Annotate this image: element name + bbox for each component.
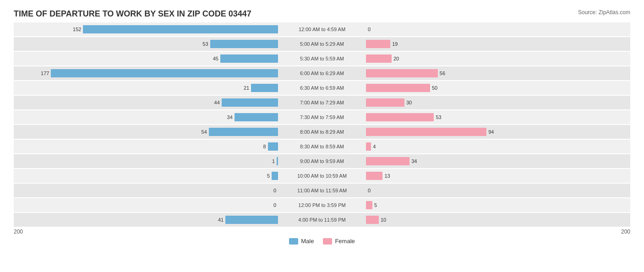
male-value: 0 [265,202,276,208]
male-value: 44 [209,100,220,105]
table-row: 414:00 PM to 11:59 PM10 [14,213,630,227]
time-label: 11:00 AM to 11:59 AM [281,188,363,193]
male-value: 34 [222,114,233,120]
bar-female [366,142,371,151]
bar-female [366,201,372,209]
time-label: 6:00 AM to 6:29 AM [281,71,363,76]
bar-female [366,128,486,136]
table-row: 88:30 AM to 8:59 AM4 [14,140,630,153]
bar-male [83,25,278,33]
male-value: 152 [70,27,81,32]
male-value: 1 [264,158,275,164]
female-value: 19 [392,41,398,47]
table-row: 510:00 AM to 10:59 AM13 [14,169,630,183]
female-value: 4 [373,144,376,149]
bar-male [251,84,278,92]
time-label: 8:30 AM to 8:59 AM [281,144,363,149]
source-text: Source: ZipAtlas.com [578,9,630,16]
bar-male [225,216,278,224]
bar-male [277,157,278,165]
male-value: 5 [259,173,270,179]
table-row: 011:00 AM to 11:59 AM0 [14,184,630,197]
legend-female: Female [323,238,355,245]
legend: Male Female [14,238,630,245]
chart-area: 15212:00 AM to 4:59 AM0535:00 AM to 5:29… [14,22,630,227]
table-row: 1776:00 AM to 6:29 AM56 [14,66,630,80]
female-value: 53 [436,114,441,120]
axis-right: 200 [621,228,630,235]
bar-male [220,54,278,63]
legend-male-label: Male [301,238,314,245]
time-label: 8:00 AM to 8:29 AM [281,129,363,135]
male-value: 21 [238,85,249,91]
female-value: 34 [411,158,417,164]
time-label: 5:30 AM to 5:59 AM [281,56,363,61]
legend-female-box [323,238,332,245]
female-value: 30 [406,100,412,105]
male-value: 41 [213,217,224,223]
legend-male-box [289,238,298,245]
bar-female [366,69,438,77]
axis-labels: 200 200 [14,228,630,235]
table-row: 19:00 AM to 9:59 AM34 [14,154,630,168]
time-label: 12:00 AM to 4:59 AM [281,27,363,32]
bar-male [222,98,278,107]
bar-female [366,40,390,48]
table-row: 548:00 AM to 8:29 AM94 [14,125,630,139]
bar-male [235,113,278,121]
bar-female [366,54,392,63]
bar-female [366,113,434,121]
time-label: 4:00 PM to 11:59 PM [281,217,363,223]
bar-male [210,40,278,48]
male-value: 177 [38,71,49,76]
time-label: 10:00 AM to 10:59 AM [281,173,363,179]
table-row: 216:30 AM to 6:59 AM50 [14,81,630,95]
bar-male [51,69,278,77]
male-value: 8 [255,144,266,149]
female-value: 5 [374,202,377,208]
chart-container: TIME OF DEPARTURE TO WORK BY SEX IN ZIP … [0,0,644,272]
male-value: 0 [265,188,276,193]
legend-female-label: Female [335,238,355,245]
time-label: 7:00 AM to 7:29 AM [281,100,363,105]
female-value: 0 [368,188,371,193]
bar-female [366,157,409,165]
bar-male [268,142,278,151]
male-value: 53 [197,41,208,47]
time-label: 9:00 AM to 9:59 AM [281,158,363,164]
bar-female [366,172,382,180]
time-label: 5:00 AM to 5:29 AM [281,41,363,47]
female-value: 10 [381,217,386,223]
female-value: 94 [488,129,494,135]
bar-female [366,84,430,92]
table-row: 15212:00 AM to 4:59 AM0 [14,22,630,36]
time-label: 7:30 AM to 7:59 AM [281,114,363,120]
table-row: 347:30 AM to 7:59 AM53 [14,110,630,124]
table-row: 447:00 AM to 7:29 AM30 [14,96,630,109]
axis-left: 200 [14,228,23,235]
male-value: 45 [207,56,218,61]
time-label: 6:30 AM to 6:59 AM [281,85,363,91]
bar-male [272,172,278,180]
female-value: 56 [440,71,445,76]
female-value: 13 [384,173,390,179]
time-label: 12:00 PM to 3:59 PM [281,202,363,208]
bar-female [366,98,404,107]
bar-female [366,216,379,224]
table-row: 535:00 AM to 5:29 AM19 [14,37,630,51]
legend-male: Male [289,238,314,245]
male-value: 54 [196,129,207,135]
bar-male [209,128,278,136]
table-row: 455:30 AM to 5:59 AM20 [14,52,630,65]
chart-title: TIME OF DEPARTURE TO WORK BY SEX IN ZIP … [14,9,630,19]
female-value: 0 [368,27,371,32]
table-row: 012:00 PM to 3:59 PM5 [14,198,630,212]
female-value: 20 [393,56,399,61]
female-value: 50 [432,85,437,91]
